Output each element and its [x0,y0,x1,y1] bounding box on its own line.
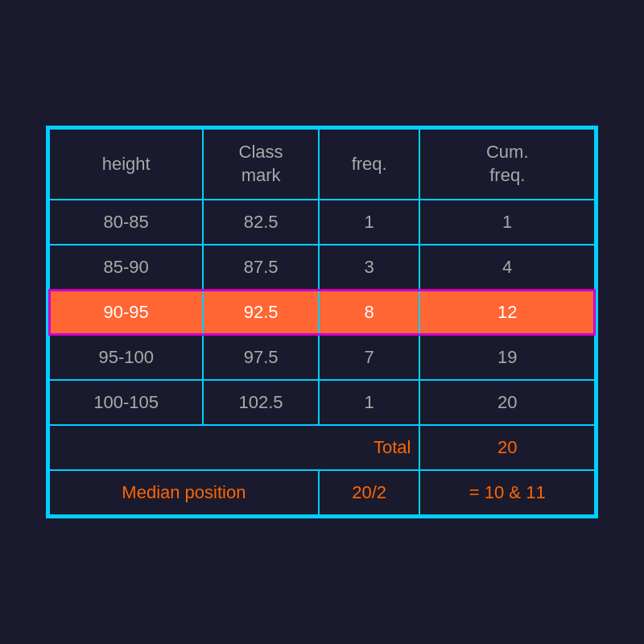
median-result-cell: = 10 & 11 [419,470,595,515]
cum-freq-cell: 4 [419,245,595,290]
cum-freq-cell: 19 [419,335,595,380]
range-cell-highlighted: 90-95 [49,290,203,335]
header-freq: freq. [319,129,420,199]
cum-freq-cell: 1 [419,200,595,245]
median-value-cell: 20/2 [319,470,420,515]
cum-freq-cell-highlighted: 12 [419,290,595,335]
median-row: Median position 20/2 = 10 & 11 [49,470,595,515]
freq-cell-highlighted: 8 [319,290,420,335]
range-cell: 80-85 [49,200,203,245]
class-mark-cell-highlighted: 92.5 [203,290,318,335]
freq-cell: 1 [319,380,420,425]
table-row: 85-90 87.5 3 4 [49,245,595,290]
range-cell: 100-105 [49,380,203,425]
total-label-cell: Total [319,425,420,470]
class-mark-cell: 102.5 [203,380,318,425]
range-cell: 95-100 [49,335,203,380]
main-table-wrapper: height Class mark freq. Cum. freq. 80-85… [46,126,598,518]
frequency-table: height Class mark freq. Cum. freq. 80-85… [48,128,596,515]
header-height: height [49,129,203,199]
table-row: 95-100 97.5 7 19 [49,335,595,380]
total-empty2 [203,425,318,470]
freq-cell: 1 [319,200,420,245]
header-cum-freq: Cum. freq. [419,129,595,199]
median-label-cell: Median position [49,470,319,515]
total-value-cell: 20 [419,425,595,470]
total-empty1 [49,425,203,470]
class-mark-cell: 82.5 [203,200,318,245]
table-header-row: height Class mark freq. Cum. freq. [49,129,595,199]
table-row: 100-105 102.5 1 20 [49,380,595,425]
class-mark-cell: 87.5 [203,245,318,290]
freq-cell: 3 [319,245,420,290]
table-row: 80-85 82.5 1 1 [49,200,595,245]
freq-cell: 7 [319,335,420,380]
header-class-mark: Class mark [203,129,318,199]
cum-freq-cell: 20 [419,380,595,425]
highlighted-table-row: 90-95 92.5 8 12 [49,290,595,335]
total-row: Total 20 [49,425,595,470]
class-mark-cell: 97.5 [203,335,318,380]
range-cell: 85-90 [49,245,203,290]
